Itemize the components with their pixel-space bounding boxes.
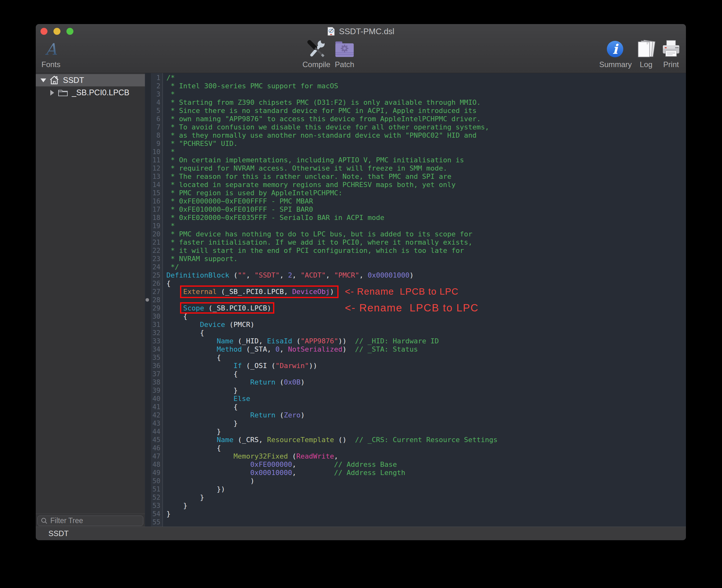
code-line: * To avoid confusion we disable this dev… [164,123,686,131]
line-number: 1 [151,74,162,82]
code-line: * [164,222,686,230]
code-line: If (_OSI ("Darwin")) [164,362,686,370]
code-line: Memory32Fixed (ReadWrite, [164,452,686,460]
line-number: 29 [151,304,162,312]
code-line: * it will start in the end of PCI config… [164,247,686,255]
line-number: 2 [151,82,162,90]
code-line: } [164,427,686,436]
line-number: 7 [151,123,162,131]
code-line: * own naming "APP9876" to access this de… [164,115,686,123]
code-line: * NVRAM support. [164,255,686,263]
line-number: 27 [151,288,162,296]
line-number: 43 [151,419,162,427]
toolbar-item-compile[interactable]: Compile [301,40,332,69]
status-bar: SSDT [36,527,686,540]
toolbar-item-print[interactable]: Print [655,40,686,69]
home-icon [49,75,59,85]
line-number: 4 [151,99,162,107]
toolbar-item-patch[interactable]: Patch [329,40,360,69]
toolbar-item-fonts[interactable]: A Fonts [36,40,66,69]
code-line: * The reason for this is rather unclear.… [164,172,686,181]
code-line: }) [164,485,686,493]
tree-divider [36,513,145,514]
line-number: 9 [151,140,162,148]
line-number: 53 [151,502,162,510]
compile-icon [301,40,332,58]
line-number: 17 [151,205,162,214]
line-number: 44 [151,427,162,436]
line-number: 12 [151,164,162,172]
code-line: /* [164,74,686,82]
code-line: { [164,354,686,362]
code-line: */ [164,263,686,271]
code-line: Name (_HID, EisaId ("APP9876")) // _HID:… [164,337,686,345]
code-line: Return (0x0B) [164,378,686,386]
line-number: 54 [151,510,162,518]
code-line [164,518,686,526]
line-number: 13 [151,172,162,181]
line-number: 38 [151,378,162,386]
line-number: 41 [151,403,162,411]
code-line: 0xFE000000, // Address Base [164,460,686,469]
line-number: 35 [151,354,162,362]
line-number: 47 [151,452,162,460]
code-area[interactable]: /* * Intel 300-series PMC support for ma… [164,73,686,528]
code-line: * On certain implementations, including … [164,156,686,164]
code-line: * located in separate memory regions and… [164,181,686,189]
code-line: Return (Zero) [164,411,686,419]
print-icon [655,40,686,58]
disclosure-right-icon[interactable] [50,90,54,96]
code-line: Device (PMCR) [164,320,686,329]
code-line: * as they normally use another non-stand… [164,131,686,140]
line-number: 34 [151,345,162,354]
code-line: Else [164,395,686,403]
disclosure-down-icon[interactable] [41,79,46,82]
status-text: SSDT [48,529,69,538]
code-line: * PMC device has nothing to do to LPC bu… [164,230,686,238]
code-line: { [164,312,686,320]
sidebar-item-ssdt[interactable]: SSDT [36,74,145,86]
line-number: 42 [151,411,162,419]
code-line [164,296,686,304]
filter-tree-input[interactable]: Filter Tree [37,516,143,526]
code-line: * [164,148,686,156]
code-line: } [164,386,686,395]
sidebar-item-sb-pci0-lpcb[interactable]: _SB.PCI0.LPCB [36,86,145,99]
line-number: 10 [151,148,162,156]
line-number: 26 [151,279,162,288]
document-icon [327,27,335,36]
code-line: Method (_STA, 0, NotSerialized) // _STA:… [164,345,686,354]
line-number: 18 [151,214,162,222]
code-line: { [164,329,686,337]
line-number: 16 [151,197,162,205]
line-number: 37 [151,370,162,378]
toolbar-item-summary[interactable]: i Summary [599,40,631,69]
code-line: 0x00010000, // Address Length [164,469,686,477]
line-number: 33 [151,337,162,345]
line-number: 21 [151,238,162,247]
window-toolbar: SSDT-PMC.dsl A Fonts [36,24,686,73]
code-line: * 0xFE000000~0xFE00FFFF - PMC MBAR [164,197,686,205]
code-line: * Starting from Z390 chipsets PMC (D31:F… [164,99,686,107]
line-number: 36 [151,362,162,370]
code-line: * 0xFE010000~0xFE010FFF - SPI BAR0 [164,205,686,214]
line-number: 48 [151,460,162,469]
summary-icon: i [599,40,631,58]
filter-placeholder: Filter Tree [50,517,83,525]
code-editor[interactable]: 1234567891011121314151617181920212223242… [145,73,686,527]
code-line: * [164,90,686,99]
line-number: 49 [151,469,162,477]
code-line: * Intel 300-series PMC support for macOS [164,82,686,90]
line-number: 6 [151,115,162,123]
maciasl-window: SSDT-PMC.dsl A Fonts [36,24,686,540]
code-line: { [164,444,686,452]
code-line: } [164,502,686,510]
code-line: } [164,419,686,427]
line-number: 24 [151,263,162,271]
line-number: 8 [151,131,162,140]
code-line: External (_SB_.PCI0.LPCB, DeviceObj) [164,288,686,296]
code-line: * faster initialisation. If we add it to… [164,238,686,247]
line-number: 25 [151,271,162,279]
window-title-group: SSDT-PMC.dsl [36,26,686,36]
tree-sidebar: SSDT _SB.PCI0.LPCB Filter Tree [36,73,145,527]
